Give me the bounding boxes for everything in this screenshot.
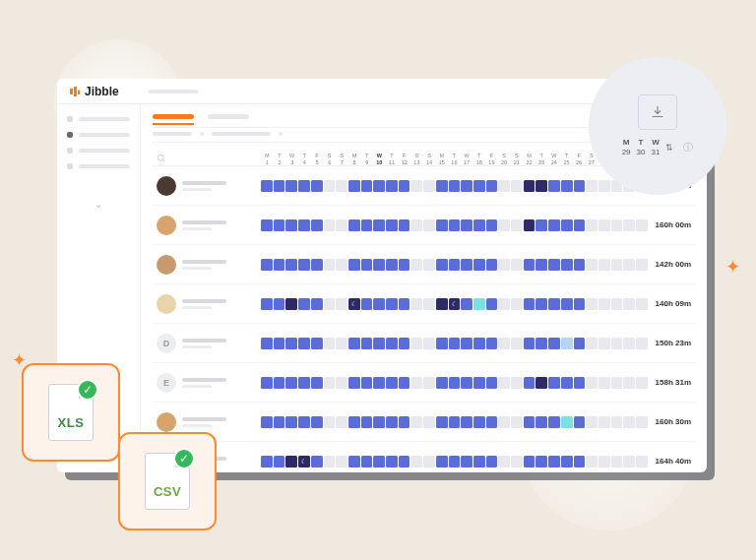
day-cell[interactable] [324, 219, 336, 231]
sidebar-item[interactable] [67, 163, 130, 169]
day-cell[interactable] [423, 377, 435, 389]
day-cell[interactable] [536, 377, 547, 389]
day-cell[interactable] [324, 180, 336, 192]
day-cell[interactable] [311, 416, 323, 428]
day-cell[interactable] [285, 180, 297, 192]
day-cell[interactable] [598, 259, 610, 271]
day-cell[interactable] [298, 416, 310, 428]
day-cell[interactable] [461, 416, 472, 428]
day-cell[interactable] [486, 298, 498, 310]
day-cell[interactable] [548, 456, 560, 467]
day-cell[interactable] [298, 219, 310, 231]
day-cell[interactable] [449, 377, 461, 389]
tab[interactable] [208, 114, 249, 119]
tab-active[interactable] [153, 114, 194, 119]
day-cell[interactable] [586, 219, 598, 231]
sidebar-item[interactable] [67, 148, 130, 154]
day-cell[interactable] [586, 180, 598, 192]
day-cell[interactable] [285, 416, 297, 428]
day-cell[interactable] [536, 456, 547, 467]
day-cell[interactable] [274, 416, 285, 428]
day-cell[interactable] [410, 298, 422, 310]
day-cell[interactable] [598, 377, 610, 389]
day-cell[interactable] [524, 259, 536, 271]
day-cell[interactable] [611, 338, 623, 349]
day-cell[interactable] [336, 259, 347, 271]
day-cell[interactable] [636, 456, 648, 467]
day-cell[interactable] [361, 298, 373, 310]
day-cell[interactable] [324, 259, 336, 271]
day-cell[interactable]: ☾ [449, 298, 461, 310]
day-cell[interactable] [311, 180, 323, 192]
day-cell[interactable] [274, 219, 285, 231]
day-cell[interactable] [261, 180, 273, 192]
day-cell[interactable] [436, 219, 448, 231]
day-cell[interactable] [336, 180, 347, 192]
day-cell[interactable] [298, 298, 310, 310]
day-cell[interactable] [373, 377, 385, 389]
day-cell[interactable] [348, 456, 360, 467]
day-cell[interactable] [524, 338, 536, 349]
day-cell[interactable] [285, 298, 297, 310]
sidebar-item[interactable] [67, 116, 130, 122]
day-cell[interactable] [636, 298, 648, 310]
day-cell[interactable] [361, 259, 373, 271]
day-cell[interactable] [261, 456, 273, 467]
day-cell[interactable] [486, 416, 498, 428]
day-cell[interactable] [561, 377, 573, 389]
day-cell[interactable] [611, 377, 623, 389]
day-cell[interactable] [324, 298, 336, 310]
day-cell[interactable] [524, 219, 536, 231]
day-cell[interactable] [449, 259, 461, 271]
day-cell[interactable] [574, 338, 586, 349]
timesheet-row[interactable]: D150h 23m [153, 324, 695, 363]
day-cell[interactable] [586, 456, 598, 467]
day-cell[interactable] [361, 377, 373, 389]
day-cell[interactable] [261, 338, 273, 349]
day-cell[interactable] [311, 298, 323, 310]
day-cell[interactable] [261, 219, 273, 231]
day-cell[interactable] [311, 219, 323, 231]
day-cell[interactable] [423, 456, 435, 467]
day-cell[interactable] [511, 338, 523, 349]
timesheet-row[interactable]: 160h 00m [153, 206, 695, 245]
day-cell[interactable] [274, 377, 285, 389]
day-cell[interactable] [324, 338, 336, 349]
sidebar-item[interactable] [67, 132, 130, 138]
day-cell[interactable] [274, 298, 285, 310]
day-cell[interactable] [574, 377, 586, 389]
day-cell[interactable] [285, 219, 297, 231]
day-cell[interactable] [486, 259, 498, 271]
day-cell[interactable] [598, 298, 610, 310]
day-cell[interactable] [423, 416, 435, 428]
day-cell[interactable] [311, 456, 323, 467]
day-cell[interactable] [298, 259, 310, 271]
day-cell[interactable] [498, 456, 510, 467]
day-cell[interactable] [473, 298, 485, 310]
day-cell[interactable] [399, 416, 410, 428]
day-cell[interactable] [386, 377, 398, 389]
day-cell[interactable] [574, 456, 586, 467]
day-cell[interactable] [336, 298, 347, 310]
day-cell[interactable] [348, 259, 360, 271]
search-icon[interactable] [157, 154, 166, 165]
day-cell[interactable] [386, 180, 398, 192]
day-cell[interactable] [436, 377, 448, 389]
day-cell[interactable] [461, 259, 472, 271]
day-cell[interactable] [361, 180, 373, 192]
day-cell[interactable] [348, 377, 360, 389]
day-cell[interactable] [386, 416, 398, 428]
day-cell[interactable] [410, 377, 422, 389]
day-cell[interactable] [586, 338, 598, 349]
sort-icon[interactable]: ⇅ [665, 143, 673, 153]
day-cell[interactable] [373, 219, 385, 231]
day-cell[interactable] [436, 338, 448, 349]
day-cell[interactable] [486, 456, 498, 467]
day-cell[interactable] [274, 338, 285, 349]
day-cell[interactable] [498, 298, 510, 310]
day-cell[interactable] [410, 259, 422, 271]
day-cell[interactable] [410, 219, 422, 231]
day-cell[interactable] [623, 338, 635, 349]
day-cell[interactable] [274, 180, 285, 192]
day-cell[interactable] [574, 298, 586, 310]
